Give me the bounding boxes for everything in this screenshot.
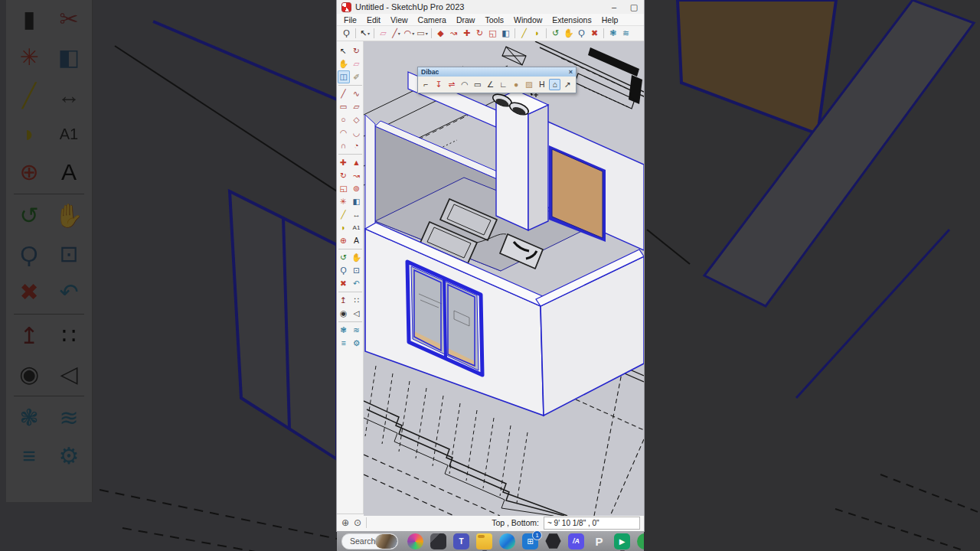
- palette-arc-button[interactable]: ◠: [338, 126, 350, 139]
- dibac-angle-button[interactable]: ∠: [485, 79, 496, 90]
- toolbar-eraser-button[interactable]: ▱: [377, 28, 389, 40]
- chevron-down-icon[interactable]: ▾: [398, 31, 400, 36]
- taskbar-app-edge[interactable]: [499, 533, 515, 549]
- dibac-wall-button[interactable]: ⌐: [420, 79, 432, 90]
- palette-three-point-arc-button[interactable]: ∩: [338, 139, 350, 152]
- taskbar-app-creative[interactable]: [407, 533, 423, 549]
- toolbar-protractor-button[interactable]: ◗: [531, 28, 543, 40]
- dibac-toolbar[interactable]: Dibac × ⌐↧⇌◠▭∠∟●▨H⌂↗: [417, 67, 577, 93]
- palette-select-button[interactable]: ↖: [338, 44, 350, 57]
- dibac-titlebar[interactable]: Dibac ×: [418, 67, 576, 77]
- palette-dimension-button[interactable]: ↔: [351, 208, 363, 221]
- column-right-face[interactable]: [528, 105, 548, 230]
- palette-line-button[interactable]: ╱: [338, 87, 350, 100]
- menu-edit[interactable]: Edit: [367, 15, 381, 24]
- dibac-close-icon[interactable]: ×: [569, 68, 573, 76]
- palette-offset-button[interactable]: ⊚: [351, 182, 363, 195]
- palette-rotated-rectangle-button[interactable]: ▱: [351, 100, 363, 113]
- palette-zoom-button[interactable]: Ϙ: [338, 264, 350, 277]
- palette-look-around-button[interactable]: ◉: [338, 307, 350, 320]
- palette-move-button[interactable]: ✚: [338, 156, 350, 169]
- taskbar-app-unity-hub[interactable]: [545, 533, 561, 549]
- palette-eraser-button[interactable]: ▱: [351, 57, 363, 70]
- toolbar-line-button[interactable]: ╱▾: [390, 28, 402, 40]
- dibac-wall-segment-button[interactable]: ▭: [472, 79, 483, 90]
- toolbar-arc-button[interactable]: ◠▾: [403, 28, 415, 40]
- taskbar-app-partial[interactable]: [637, 533, 644, 549]
- toolbar-rotate-button[interactable]: ↻: [474, 28, 485, 40]
- toolbar-push-pull-button[interactable]: ◆: [435, 28, 446, 40]
- dibac-arc-door-button[interactable]: ◠: [459, 79, 470, 90]
- palette-pan-button[interactable]: ✋: [338, 57, 350, 70]
- toolbar-extension-wave-button[interactable]: ≋: [620, 28, 632, 40]
- palette-zoom-window-button[interactable]: ⊡: [351, 264, 363, 277]
- dibac-opening-width-button[interactable]: H: [536, 79, 547, 90]
- palette-pan-2-button[interactable]: ✋: [351, 251, 363, 264]
- palette-ext-wave-button[interactable]: ≋: [351, 324, 363, 337]
- dibac-stairs-button[interactable]: ▨: [524, 79, 535, 90]
- geolocation-icon[interactable]: ⊕: [341, 517, 349, 528]
- toolbar-scale-button[interactable]: ◱: [487, 28, 498, 40]
- palette-previous-button[interactable]: ↶: [351, 277, 363, 290]
- taskbar-app-snip[interactable]: [430, 533, 446, 549]
- toolbar-zoom-extents-button[interactable]: ✖: [589, 28, 600, 40]
- palette-paint-bucket-button[interactable]: ◧: [351, 195, 363, 208]
- palette-scale-button[interactable]: ◱: [338, 182, 350, 195]
- toolbar-move-button[interactable]: ✚: [461, 28, 472, 40]
- toolbar-search-button[interactable]: Ϙ: [341, 28, 352, 40]
- chevron-down-icon[interactable]: ▾: [426, 31, 428, 36]
- palette-3d-text-button[interactable]: A: [351, 234, 363, 247]
- palette-follow-me-button[interactable]: ↝: [351, 169, 363, 182]
- menu-file[interactable]: File: [344, 15, 357, 24]
- toolbar-follow-me-button[interactable]: ↝: [448, 28, 459, 40]
- menu-extensions[interactable]: Extensions: [552, 15, 591, 24]
- toolbar-tape-measure-button[interactable]: ╱: [518, 28, 530, 40]
- titlebar[interactable]: Untitled - SketchUp Pro 2023 – ▢: [337, 0, 644, 14]
- palette-orbit-button[interactable]: ↻: [351, 44, 363, 57]
- taskbar-app-explorer[interactable]: [476, 533, 492, 549]
- palette-ext-gear-button[interactable]: ⚙: [351, 337, 363, 350]
- toolbar-extension-spiral-button[interactable]: ❃: [607, 28, 619, 40]
- menu-window[interactable]: Window: [514, 15, 542, 24]
- palette-freehand-button[interactable]: ∿: [351, 87, 363, 100]
- palette-ext-layers-button[interactable]: ≡: [338, 337, 350, 350]
- palette-position-camera-button[interactable]: ↥: [338, 294, 350, 307]
- palette-walk-button[interactable]: ∷: [351, 294, 363, 307]
- menu-tools[interactable]: Tools: [485, 15, 504, 24]
- dibac-generate-3d-button[interactable]: ⌂: [549, 79, 560, 90]
- toolbar-orbit-button[interactable]: ↺: [550, 28, 561, 40]
- taskbar-app-p[interactable]: P: [591, 533, 607, 549]
- palette-ext-spiral-button[interactable]: ❃: [338, 324, 350, 337]
- menu-view[interactable]: View: [390, 15, 408, 24]
- palette-marker-button[interactable]: ✐: [351, 70, 363, 83]
- palette-text-button[interactable]: A1: [351, 221, 363, 234]
- taskbar-app-teams[interactable]: T: [453, 533, 469, 549]
- chevron-down-icon[interactable]: ▾: [368, 31, 370, 36]
- dibac-door-swing-button[interactable]: ∟: [498, 79, 509, 90]
- toolbar-rectangle-button[interactable]: ▭▾: [416, 28, 428, 40]
- palette-rectangle-button[interactable]: ▭: [338, 100, 350, 113]
- toolbar-paint-bucket-button[interactable]: ◧: [500, 28, 511, 40]
- palette-protractor-button[interactable]: ◗: [338, 221, 350, 234]
- column-left-face[interactable]: [496, 99, 528, 230]
- toolbar-pan-button[interactable]: ✋: [563, 28, 574, 40]
- dibac-insert-wall-button[interactable]: ↧: [433, 79, 445, 90]
- dibac-furniture-button[interactable]: ●: [511, 79, 522, 90]
- model-canvas[interactable]: [364, 41, 644, 516]
- palette-axes-button[interactable]: ✳: [338, 195, 350, 208]
- dibac-double-door-button[interactable]: ⇌: [446, 79, 458, 90]
- maximize-button[interactable]: ▢: [624, 0, 644, 14]
- palette-rotate-button[interactable]: ↻: [338, 169, 350, 182]
- taskbar-app-green-play[interactable]: ▶: [614, 533, 630, 549]
- palette-polygon-button[interactable]: ◇: [351, 113, 363, 126]
- palette-push-pull-button[interactable]: ▲: [351, 156, 363, 169]
- palette-dibac-3d-view-button[interactable]: ◫: [338, 70, 350, 83]
- taskbar-app-store[interactable]: ⊞1: [522, 533, 538, 549]
- 3d-viewport[interactable]: Dibac × ⌐↧⇌◠▭∠∟●▨H⌂↗: [364, 41, 644, 514]
- palette-section-button[interactable]: ◁: [351, 307, 363, 320]
- palette-pie-button[interactable]: ◔: [351, 139, 363, 152]
- measurements-box[interactable]: ~ 9' 10 1/8" , 0": [544, 517, 640, 530]
- palette-axes-cross-button[interactable]: ⊕: [338, 234, 350, 247]
- palette-tape-measure-button[interactable]: ╱: [338, 208, 350, 221]
- palette-zoom-extents-button[interactable]: ✖: [338, 277, 350, 290]
